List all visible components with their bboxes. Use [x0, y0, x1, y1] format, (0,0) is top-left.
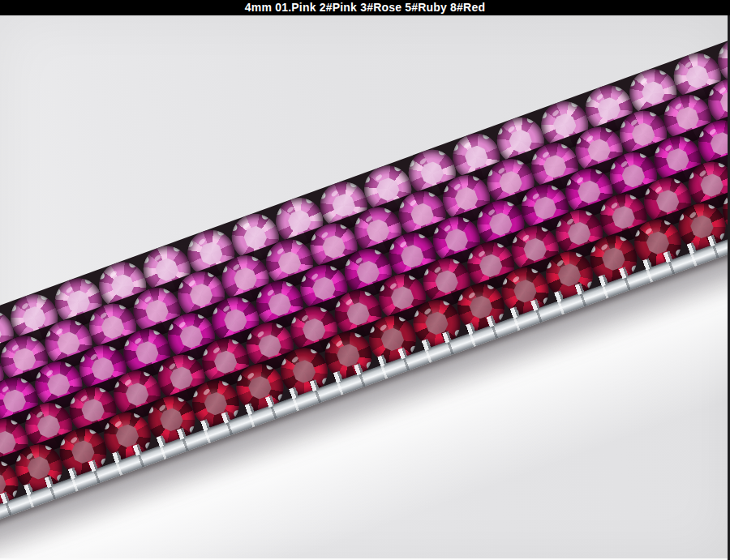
screenshot-root: 4mm 01.Pink 2#Pink 3#Rose 5#Ruby 8#Red [0, 0, 730, 560]
caption-text: 4mm 01.Pink 2#Pink 3#Rose 5#Ruby 8#Red [245, 0, 485, 15]
bracelet-band [0, 15, 730, 556]
product-photo [0, 15, 730, 560]
caption-bar: 4mm 01.Pink 2#Pink 3#Rose 5#Ruby 8#Red [0, 0, 730, 15]
